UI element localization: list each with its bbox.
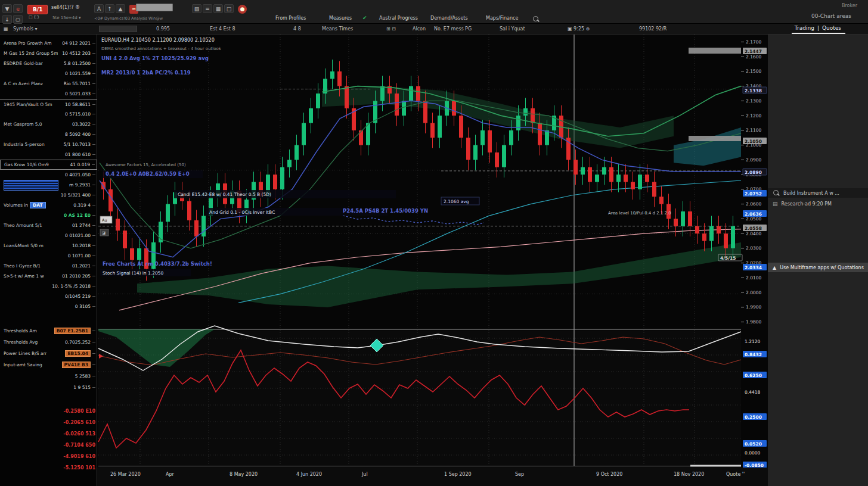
candle-body [280, 167, 284, 189]
market-watch-row[interactable]: Loan&Mont 5/0 m10.2018 [0, 241, 97, 251]
menu-from-profiles[interactable]: From Profiles [275, 15, 306, 21]
circle-icon[interactable]: ○ [13, 15, 23, 24]
subbar-item-8[interactable]: ▣ 9:25 ⊕ [568, 26, 590, 32]
market-watch-row[interactable]: Volumes inDAT0.319 4 [0, 200, 97, 210]
row-tick [92, 215, 95, 216]
axis-price-label: 2.1700 [746, 39, 761, 45]
market-watch-row[interactable]: 0 1021.559 [0, 68, 97, 79]
symbol-field[interactable]: sell4(1)!? ® [51, 5, 80, 10]
candle-body [466, 138, 470, 160]
subbar-item-4[interactable]: ⊞ ⊟ [386, 26, 396, 32]
market-watch-row[interactable]: Met Gasprom 5.003.3022 [0, 119, 97, 129]
market-watch-row[interactable]: Theo Amount 5/101 2744 [0, 220, 97, 230]
new-order-button[interactable]: B/1 [27, 2, 48, 14]
negative-value: -0.2580 E10 [0, 406, 97, 417]
bar-chart-icon[interactable]: A [94, 4, 104, 13]
download-icon[interactable]: ↓ [2, 15, 12, 24]
subbar-item-6[interactable]: No. E7 mess PG [434, 26, 472, 32]
market-watch-row[interactable]: Gas Krow 10/6 Om941 0.019 [0, 160, 97, 170]
equal-icon[interactable]: ≡ [203, 4, 212, 13]
market-watch-row[interactable]: Theo I Gyroz B/101.2021 [0, 261, 97, 271]
market-watch-row[interactable]: S>5-t w/ Ame 1 w01 2010 205 [0, 271, 97, 281]
alert-row[interactable]: Thresholds Avg0.7025.252 [0, 337, 97, 348]
quote-tab[interactable]: Quote '' [726, 472, 745, 477]
market-watch-row[interactable]: 1945 Plan/Vault O 5m10 58.8611 [0, 99, 97, 109]
quick-search-input[interactable] [136, 4, 173, 11]
market-watch-row[interactable]: 10. 1-5% /5 2018 [0, 281, 97, 291]
subbar-item-7[interactable]: Sal i Yquat [500, 26, 525, 32]
alert-bell-icon[interactable]: ● [238, 5, 247, 14]
symbols-header[interactable]: Symbols ▾ [13, 26, 38, 32]
symbol-value: 0 1021.559 [65, 71, 91, 76]
toolbar-icon-group: ▼e [2, 2, 24, 13]
market-watch-row[interactable]: 10 5/321 400 [0, 190, 97, 200]
alert-row[interactable]: Thresholds AmB07 E1.25B1 [0, 325, 97, 337]
alert-row[interactable]: Input-amt SavingPV41E B3 [0, 359, 97, 370]
market-watch-row[interactable]: 0 AS 12 E0 [0, 210, 97, 220]
market-watch-row[interactable]: ESDRDE Gold-bar5.8 01.2500 [0, 58, 97, 68]
market-watch-row[interactable]: 0/1045 219 [0, 291, 97, 301]
market-watch-row[interactable]: 0 5021.033 [0, 89, 97, 99]
window-icon[interactable]: □ [224, 4, 234, 13]
market-watch-row[interactable]: A C m Azeri PlanzRio 55.7011 [0, 79, 97, 89]
line-chart-icon[interactable]: ▲ [116, 4, 125, 13]
panel-row-build-instrument[interactable]: Build Instrument A w ... [768, 188, 868, 198]
market-watch-row[interactable]: Arena Pro Growth Am04 912 2021 [0, 38, 97, 48]
candle-body [624, 175, 628, 182]
grid-icon[interactable]: ▦ [213, 4, 223, 13]
candle-chart-icon[interactable]: ↑ [105, 4, 114, 13]
expert-icon[interactable]: e [13, 4, 23, 13]
alert-row[interactable]: Power Lines B/S arrEB15.04 [0, 348, 97, 359]
subbar-item-2[interactable]: 4 8 [293, 26, 301, 32]
candle-body [645, 175, 649, 182]
subbar-item-1[interactable]: Est 4 Est 8 [210, 26, 235, 32]
market-watch-row[interactable]: 01 800 610 [0, 149, 97, 160]
symbols-panel-icon[interactable]: ▦ [4, 26, 8, 32]
price-badge-label: 2.1447 [745, 49, 762, 54]
selected-symbol-block[interactable] [4, 180, 58, 191]
alert-row[interactable]: 5 2583 [0, 370, 97, 382]
panel-cta-multiframe[interactable]: ▲ Use Multiframe apps w/ Quotations [768, 263, 868, 272]
tab-trading[interactable]: Trading [792, 25, 817, 31]
menu-demand-assets[interactable]: Demand/Assets [430, 15, 468, 21]
market-watch-row[interactable]: 0 4021.050 [0, 170, 97, 180]
chart-scroll-thumb[interactable] [690, 465, 741, 467]
chart-area[interactable]: 2.17002.16002.15002.14002.13002.12002.11… [97, 35, 768, 468]
subbar-item-5[interactable]: Alcon [413, 26, 426, 32]
chart-scroll-line[interactable] [98, 466, 741, 466]
panel-row-research[interactable]: ▤ Research-ad 9:20 PM [768, 199, 868, 208]
market-watch-row[interactable]: 0 1071.00 [0, 251, 97, 261]
market-watch-row[interactable]: 0 3105 [0, 301, 97, 311]
market-watch-row[interactable]: m 9.2931 [0, 180, 97, 190]
chart-dropdown-icon[interactable]: ▼ [2, 4, 12, 13]
menu-measures[interactable]: Measures [329, 15, 352, 21]
symbol-filter-input[interactable] [99, 26, 137, 32]
menu-maps-finance[interactable]: Maps/Finance [486, 15, 518, 21]
profile-chart-icon[interactable]: ▧ [192, 4, 202, 13]
candle-body [302, 123, 306, 145]
alert-label: Input-amt Saving [4, 362, 42, 367]
subbar-item-3[interactable]: Means Times [322, 26, 353, 32]
order-level-bar [689, 48, 741, 54]
alert-row[interactable]: 1 9 515 [0, 382, 97, 393]
symbol-name: ESDRDE Gold-bar [4, 61, 43, 66]
axis-price-label: 2.1600 [746, 54, 761, 60]
tab-quotes[interactable]: Quotes [819, 25, 844, 31]
chart-annotation: 0.4 2.0E+0 A0B2.62/0.59 E+0 [106, 171, 190, 177]
timeframe-selector[interactable]: 5te 15e=4d ▾ [52, 15, 80, 20]
market-watch-row[interactable]: 8 5092 400 [0, 129, 97, 139]
subbar-item-9[interactable]: 99102 92/R [639, 26, 666, 32]
market-watch-row[interactable]: 0 5715.010 [0, 109, 97, 119]
candlestick-chart[interactable]: 2.17002.16002.15002.14002.13002.12002.11… [97, 35, 768, 468]
candle-body [438, 116, 442, 138]
market-watch-row[interactable]: M Gas 15 2nd Group 5m10 4512 203 [0, 48, 97, 58]
search-plus-icon[interactable] [532, 15, 540, 23]
negative-values-list: -0.2580 E10-0.2065 610-0.0260 513-0.7104… [0, 406, 97, 473]
subbar-item-0[interactable]: 0.995 [156, 26, 170, 32]
candle-body [423, 101, 427, 123]
candle-body [588, 167, 592, 182]
market-watch-row[interactable]: 0 01021.00 [0, 230, 97, 241]
candle-body [294, 145, 299, 160]
market-watch-row[interactable]: Industria 5-person5/1 10.7013 [0, 139, 97, 149]
menu-austral-progress[interactable]: Austral Progress [379, 15, 418, 21]
